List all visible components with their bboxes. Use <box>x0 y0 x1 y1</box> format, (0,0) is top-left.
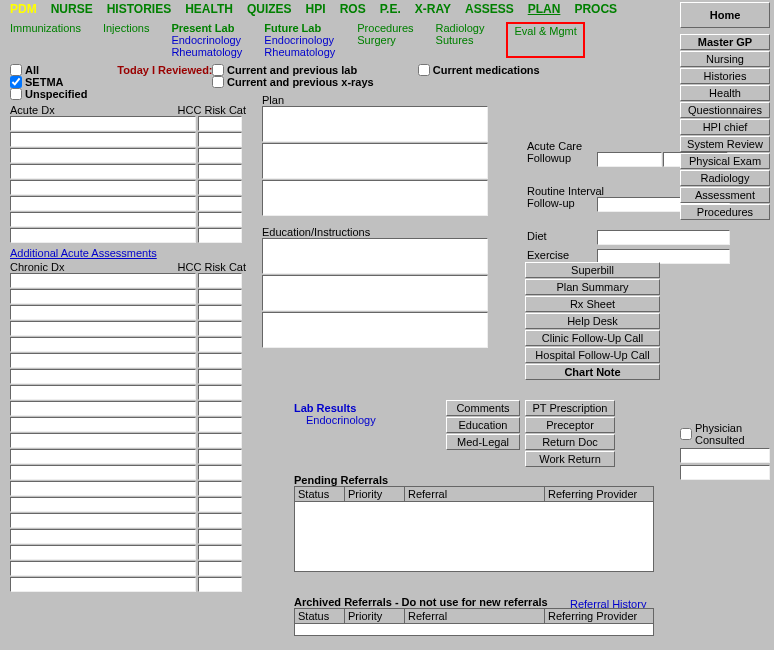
edu-input[interactable] <box>262 275 488 311</box>
chronic-hcc-input[interactable] <box>198 561 242 576</box>
chronic-hcc-input[interactable] <box>198 481 242 496</box>
check-physician[interactable] <box>680 428 692 440</box>
chronic-dx-input[interactable] <box>10 529 196 544</box>
acute-hcc-input[interactable] <box>198 228 242 243</box>
preceptor-button[interactable]: Preceptor <box>525 417 615 433</box>
chronic-dx-input[interactable] <box>10 561 196 576</box>
chronic-hcc-input[interactable] <box>198 545 242 560</box>
plan-input[interactable] <box>262 143 488 179</box>
chronic-hcc-input[interactable] <box>198 529 242 544</box>
chronic-dx-input[interactable] <box>10 577 196 592</box>
subnav-present-lab[interactable]: Present Lab <box>171 22 242 34</box>
chronic-hcc-input[interactable] <box>198 337 242 352</box>
acute-dx-input[interactable] <box>10 132 196 147</box>
check-cur-meds[interactable] <box>418 64 430 76</box>
medlegal-button[interactable]: Med-Legal <box>446 434 520 450</box>
chronic-dx-input[interactable] <box>10 289 196 304</box>
subnav-procedures[interactable]: Procedures <box>357 22 413 34</box>
check-cur-prev-xray[interactable] <box>212 76 224 88</box>
nav-histories[interactable]: HISTORIES <box>107 2 171 16</box>
chronic-dx-input[interactable] <box>10 433 196 448</box>
additional-assessments-link[interactable]: Additional Acute Assessments <box>10 247 157 259</box>
nav-pe[interactable]: P.E. <box>380 2 401 16</box>
subnav-surgery[interactable]: Surgery <box>357 34 413 46</box>
hospital-followup-button[interactable]: Hospital Follow-Up Call <box>525 347 660 363</box>
chronic-hcc-input[interactable] <box>198 497 242 512</box>
chronic-hcc-input[interactable] <box>198 401 242 416</box>
nav-xray[interactable]: X-RAY <box>415 2 451 16</box>
lab-results-endo-link[interactable]: Endocrinology <box>306 414 376 426</box>
chronic-hcc-input[interactable] <box>198 577 242 592</box>
chronic-hcc-input[interactable] <box>198 513 242 528</box>
education-button[interactable]: Education <box>446 417 520 433</box>
pending-referrals-table[interactable]: StatusPriorityReferralReferring Provider <box>294 486 654 572</box>
chart-note-button[interactable]: Chart Note <box>525 364 660 380</box>
procedures-button[interactable]: Procedures <box>680 204 770 220</box>
acute-hcc-input[interactable] <box>198 164 242 179</box>
chronic-dx-input[interactable] <box>10 321 196 336</box>
radiology-button[interactable]: Radiology <box>680 170 770 186</box>
chronic-hcc-input[interactable] <box>198 385 242 400</box>
return-doc-button[interactable]: Return Doc <box>525 434 615 450</box>
assessment-button[interactable]: Assessment <box>680 187 770 203</box>
subnav-eval[interactable]: Eval & Mgmt <box>514 25 576 37</box>
physician-input-2[interactable] <box>680 465 770 480</box>
chronic-dx-input[interactable] <box>10 385 196 400</box>
nav-nurse[interactable]: NURSE <box>51 2 93 16</box>
chronic-dx-input[interactable] <box>10 369 196 384</box>
work-return-button[interactable]: Work Return <box>525 451 615 467</box>
diet-input[interactable] <box>597 230 730 245</box>
help-desk-button[interactable]: Help Desk <box>525 313 660 329</box>
health-button[interactable]: Health <box>680 85 770 101</box>
subnav-sutures[interactable]: Sutures <box>436 34 485 46</box>
chronic-dx-input[interactable] <box>10 305 196 320</box>
histories-button[interactable]: Histories <box>680 68 770 84</box>
chronic-hcc-input[interactable] <box>198 305 242 320</box>
acute-hcc-input[interactable] <box>198 212 242 227</box>
nav-hpi[interactable]: HPI <box>306 2 326 16</box>
subnav-present-endo[interactable]: Endocrinology <box>171 34 242 46</box>
acute-hcc-input[interactable] <box>198 180 242 195</box>
nav-quizes[interactable]: QUIZES <box>247 2 292 16</box>
check-setma[interactable] <box>10 76 22 88</box>
chronic-dx-input[interactable] <box>10 273 196 288</box>
chronic-hcc-input[interactable] <box>198 273 242 288</box>
nav-ros[interactable]: ROS <box>340 2 366 16</box>
chronic-dx-input[interactable] <box>10 353 196 368</box>
acute-dx-input[interactable] <box>10 212 196 227</box>
nav-plan[interactable]: PLAN <box>528 2 561 16</box>
acute-dx-input[interactable] <box>10 180 196 195</box>
acute-hcc-input[interactable] <box>198 132 242 147</box>
check-cur-prev-lab[interactable] <box>212 64 224 76</box>
chronic-dx-input[interactable] <box>10 417 196 432</box>
archived-referrals-table[interactable]: StatusPriorityReferralReferring Provider <box>294 608 654 636</box>
subnav-future-endo[interactable]: Endocrinology <box>264 34 335 46</box>
home-button[interactable]: Home <box>680 2 770 28</box>
chronic-hcc-input[interactable] <box>198 433 242 448</box>
physical-exam-button[interactable]: Physical Exam <box>680 153 770 169</box>
acute-dx-input[interactable] <box>10 148 196 163</box>
chronic-dx-input[interactable] <box>10 449 196 464</box>
nav-health[interactable]: HEALTH <box>185 2 233 16</box>
check-all[interactable] <box>10 64 22 76</box>
chronic-hcc-input[interactable] <box>198 289 242 304</box>
master-gp-button[interactable]: Master GP <box>680 34 770 50</box>
acute-hcc-input[interactable] <box>198 148 242 163</box>
acute-followup-input[interactable] <box>597 152 662 167</box>
chronic-hcc-input[interactable] <box>198 369 242 384</box>
chronic-hcc-input[interactable] <box>198 417 242 432</box>
superbill-button[interactable]: Superbill <box>525 262 660 278</box>
questionnaires-button[interactable]: Questionnaires <box>680 102 770 118</box>
chronic-dx-input[interactable] <box>10 481 196 496</box>
subnav-future-lab[interactable]: Future Lab <box>264 22 335 34</box>
edu-input[interactable] <box>262 312 488 348</box>
acute-dx-input[interactable] <box>10 164 196 179</box>
chronic-hcc-input[interactable] <box>198 353 242 368</box>
acute-dx-input[interactable] <box>10 196 196 211</box>
subnav-present-rheum[interactable]: Rheumatology <box>171 46 242 58</box>
acute-dx-input[interactable] <box>10 116 196 131</box>
subnav-injections[interactable]: Injections <box>103 22 149 58</box>
physician-input[interactable] <box>680 448 770 463</box>
nursing-button[interactable]: Nursing <box>680 51 770 67</box>
check-unspecified[interactable] <box>10 88 22 100</box>
